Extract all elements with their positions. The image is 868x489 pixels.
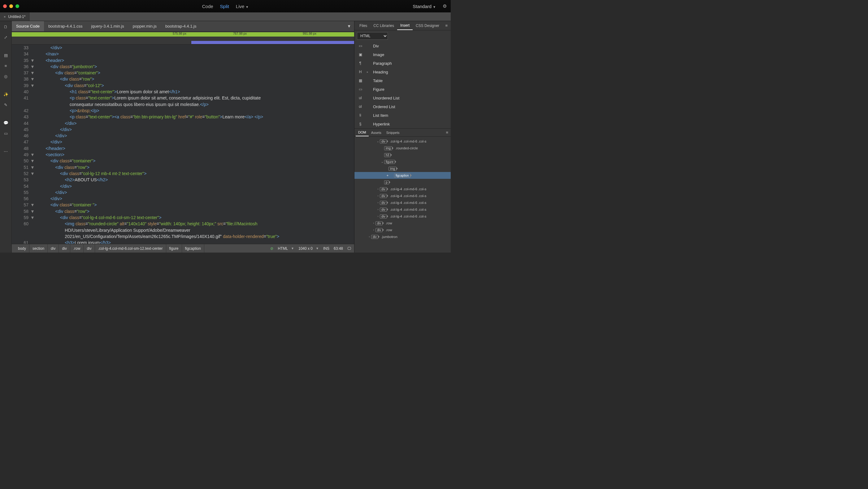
viewport-size[interactable]: 1040 x 0 ▼	[299, 247, 319, 251]
code-line[interactable]: 47 </div>	[12, 139, 354, 145]
breadcrumb-item[interactable]: section	[29, 244, 48, 253]
code-line[interactable]: 39▼ <div class="col-12">	[12, 82, 354, 89]
code-line[interactable]: 46 </div>	[12, 133, 354, 139]
code-line[interactable]: 33 </div>	[12, 45, 354, 51]
dom-node[interactable]: ›div.row	[354, 227, 451, 233]
code-line[interactable]: 57▼ <div class="container ">	[12, 202, 354, 208]
dom-node[interactable]: +figcaption	[354, 172, 451, 179]
dom-node[interactable]: ›div.col-lg-4 .col-md-6 .col-s	[354, 199, 451, 206]
related-file-tab[interactable]: Source Code	[12, 21, 44, 31]
breadcrumb-item[interactable]: .col-lg-4.col-md-6.col-sm-12.text-center	[95, 244, 166, 253]
add-node-icon[interactable]: +	[385, 174, 390, 177]
code-line[interactable]: 37▼ <div class="container">	[12, 70, 354, 76]
extract-icon[interactable]: ▤	[3, 52, 9, 58]
panel-menu-icon[interactable]: ≡	[444, 23, 449, 28]
comment-icon[interactable]: 💬	[3, 120, 9, 126]
panel-tab[interactable]: Files	[356, 21, 370, 30]
target-icon[interactable]: ◎	[3, 73, 9, 79]
insert-item[interactable]: ▭Div	[354, 41, 451, 50]
code-line[interactable]: 61 <h3>Lorem ipsum</h3>	[12, 239, 354, 244]
media-query-ruler[interactable]: 575.98 px 767.98 px 991.98 px	[12, 32, 354, 45]
code-line[interactable]: 40 <h1 class="text-center">Lorem ipsum d…	[12, 89, 354, 95]
insert-item[interactable]: liList Item	[354, 111, 451, 120]
insert-item[interactable]: H▸Heading	[354, 67, 451, 76]
insert-item[interactable]: ▭Figure	[354, 85, 451, 94]
more-icon[interactable]: ⋯	[3, 148, 9, 154]
dom-node[interactable]: h3	[354, 151, 451, 159]
code-line[interactable]: 49▼ <section>	[12, 151, 354, 158]
twisty-icon[interactable]: ›	[367, 235, 371, 238]
workspace-switcher[interactable]: Standard▼	[413, 4, 436, 9]
twisty-icon[interactable]: ›	[376, 215, 380, 218]
insert-category-select[interactable]: HTML	[357, 32, 388, 40]
inspect-icon[interactable]: ▭	[3, 130, 9, 136]
code-line[interactable]: 34 </nav>	[12, 51, 354, 57]
dom-node[interactable]: ›div.jumbotron	[354, 233, 451, 240]
code-line[interactable]: 51▼ <div class="row">	[12, 164, 354, 170]
breadcrumb-item[interactable]: .row	[70, 244, 84, 253]
code-line[interactable]: 42 <p>&nbsp;</p>	[12, 108, 354, 114]
wand-icon[interactable]: ✨	[3, 91, 9, 97]
pen-icon[interactable]: ✎	[3, 102, 9, 108]
code-editor[interactable]: 33 </div>34 </nav>35▼ <header>36▼ <div c…	[12, 45, 354, 244]
insert-item[interactable]: §Hyperlink	[354, 120, 451, 128]
expand-icon[interactable]: ⤢	[3, 34, 9, 40]
code-line[interactable]: 54 </div>	[12, 183, 354, 189]
split-view-tab[interactable]: Split	[220, 4, 229, 9]
twisty-icon[interactable]: ›	[372, 228, 375, 231]
filter-icon[interactable]: ▼	[347, 24, 351, 29]
twisty-icon[interactable]: ›	[376, 201, 380, 204]
code-line[interactable]: 44 </div>	[12, 120, 354, 126]
code-line[interactable]: 55 </div>	[12, 189, 354, 196]
insert-item[interactable]: ¶Paragraph	[354, 59, 451, 67]
settings-icon[interactable]: ⚙	[441, 3, 447, 9]
twisty-icon[interactable]: ›	[376, 194, 380, 197]
dom-node[interactable]: img	[354, 165, 451, 172]
dom-panel-tab[interactable]: Snippets	[384, 128, 402, 136]
language-selector[interactable]: HTML ▼	[278, 247, 294, 251]
dom-panel-tab[interactable]: DOM	[356, 128, 369, 136]
dom-node[interactable]: ›div.col-lg-4 .col-md-6 .col-s	[354, 213, 451, 220]
dom-node[interactable]: ⌄div.col-lg-4 .col-md-6 .col-s	[354, 138, 451, 145]
related-file-tab[interactable]: bootstrap-4.4.1.css	[44, 21, 87, 31]
live-view-tab[interactable]: Live▼	[236, 4, 249, 9]
related-file-tab[interactable]: popper.min.js	[128, 21, 161, 31]
close-tab-icon[interactable]: ×	[4, 15, 6, 19]
dom-tree[interactable]: ⌄div.col-lg-4 .col-md-6 .col-simg.rounde…	[354, 137, 451, 253]
breadcrumb-item[interactable]: body	[15, 244, 29, 253]
twisty-icon[interactable]: ›	[372, 222, 375, 225]
code-line[interactable]: HD/Users/steve/Library/Application Suppo…	[12, 227, 354, 233]
code-line[interactable]: 2021/en_US/Configuration/Temp/Assets/eam…	[12, 233, 354, 239]
preview-icon[interactable]: 🖵	[347, 247, 351, 251]
breadcrumb-item[interactable]: div	[48, 244, 59, 253]
insert-item[interactable]: ▦Table	[354, 76, 451, 85]
related-file-tab[interactable]: bootstrap-4.4.1.js	[161, 21, 200, 31]
insert-item[interactable]: ulUnordered List	[354, 94, 451, 102]
breadcrumb-item[interactable]: div	[84, 244, 95, 253]
code-line[interactable]: 35▼ <header>	[12, 57, 354, 63]
code-line[interactable]: consequatur necessitatibus quos libero e…	[12, 101, 354, 108]
code-line[interactable]: 41 <p class="text-center">Lorem ipsum do…	[12, 95, 354, 101]
twisty-icon[interactable]: ›	[376, 188, 380, 191]
breadcrumb-item[interactable]: figcaption	[182, 244, 204, 253]
code-line[interactable]: 58▼ <div class="row">	[12, 208, 354, 214]
document-tab[interactable]: × Untitled-1*	[0, 12, 29, 21]
twisty-icon[interactable]: ⌄	[376, 140, 380, 143]
code-line[interactable]: 43 <p class="text-center"><a class="btn …	[12, 114, 354, 120]
code-line[interactable]: 45 </div>	[12, 126, 354, 133]
dom-node[interactable]: ›div.col-lg-4 .col-md-6 .col-s	[354, 193, 451, 199]
code-line[interactable]: 36▼ <div class="jumbotron">	[12, 63, 354, 70]
insert-item[interactable]: ▣Image	[354, 50, 451, 59]
minimize-window-button[interactable]	[9, 4, 13, 8]
code-line[interactable]: 48 </header>	[12, 145, 354, 151]
code-line[interactable]: 50▼ <div class="container">	[12, 158, 354, 164]
dom-node[interactable]: ›div.row	[354, 220, 451, 227]
code-view-tab[interactable]: Code	[202, 4, 213, 9]
panel-tab[interactable]: Insert	[397, 21, 413, 30]
dom-node[interactable]: ›div.col-lg-4 .col-md-6 .col-s	[354, 185, 451, 193]
panel-tab[interactable]: CSS Designer	[413, 21, 442, 30]
panel-tab[interactable]: CC Libraries	[370, 21, 397, 30]
insert-item[interactable]: olOrdered List	[354, 102, 451, 111]
breadcrumb-item[interactable]: figure	[166, 244, 182, 253]
code-line[interactable]: 56 </div>	[12, 196, 354, 202]
